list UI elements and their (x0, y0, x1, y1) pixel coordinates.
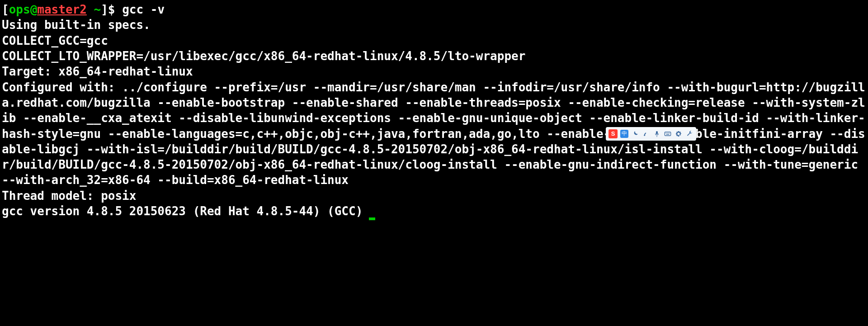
prompt-host: master2 (37, 3, 87, 16)
svg-rect-6 (669, 133, 670, 133)
punctuation-icon[interactable] (642, 130, 650, 138)
prompt-sigil: $ (108, 3, 115, 16)
terminal[interactable]: [ops@master2 ~]$ gcc -v Using built-in s… (0, 0, 868, 221)
prompt-close: ] (101, 3, 108, 16)
ime-lang-zh-button[interactable]: 中 (620, 130, 628, 138)
command-text: gcc -v (122, 3, 165, 16)
prompt-at: @ (30, 3, 38, 16)
keyboard-icon[interactable] (664, 130, 672, 138)
ime-toolbar[interactable]: S 中 (606, 127, 696, 141)
wrench-icon[interactable] (685, 130, 693, 138)
moon-icon[interactable] (631, 130, 639, 138)
svg-rect-3 (665, 133, 666, 133)
prompt-sep (87, 3, 94, 16)
svg-rect-5 (668, 133, 669, 133)
prompt-user: ops (9, 3, 30, 16)
prompt-trailing-space (115, 3, 122, 16)
gear-icon[interactable] (675, 130, 683, 138)
prompt-path: ~ (94, 3, 101, 16)
cursor (369, 217, 375, 220)
svg-rect-7 (666, 134, 670, 135)
svg-rect-4 (667, 133, 667, 133)
sogou-logo-icon[interactable]: S (609, 129, 618, 138)
svg-rect-2 (665, 132, 670, 136)
prompt-open: [ (2, 3, 9, 16)
svg-rect-1 (656, 131, 658, 134)
terminal-output: Using built-in specs. COLLECT_GCC=gcc CO… (2, 18, 865, 218)
mic-icon[interactable] (653, 130, 661, 138)
